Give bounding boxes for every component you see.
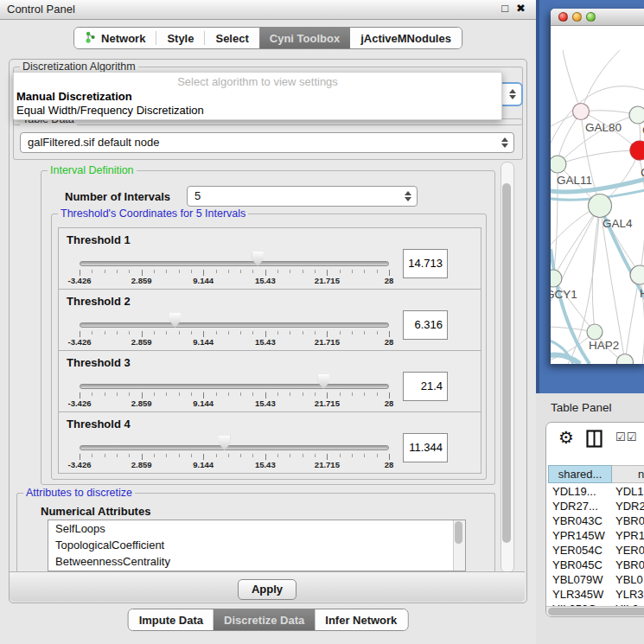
table-row[interactable]: YPR145WYPR1 (546, 528, 644, 543)
tick-mark (303, 392, 303, 396)
top-tabbar: Network Style Select Cyni Toolbox jActiv… (73, 27, 462, 49)
tick-mark (265, 270, 266, 276)
table-row[interactable]: YER054CYER0 (546, 543, 644, 558)
numerical-attributes-list[interactable]: SelfLoopsTopologicalCoefficientBetweenne… (48, 520, 466, 571)
gear-icon[interactable]: ⚙ (558, 427, 574, 448)
tick-label: 15.43 (239, 460, 291, 469)
tick-mark (191, 331, 192, 335)
table-row[interactable]: YDR27...YDR2 (546, 499, 644, 513)
column-layout-icon[interactable] (586, 430, 603, 451)
list-scrollbar[interactable] (453, 520, 465, 571)
network-view-frame: GAL80GCGAL11GAL4GCY1HHAP2 (536, 0, 644, 393)
threshold-value-field[interactable]: 14.713 (403, 249, 448, 278)
table-row[interactable]: YBL079WYBL0 (546, 572, 644, 587)
tab-label: jActiveMNodules (360, 32, 451, 45)
tick-mark (92, 454, 92, 457)
network-node[interactable] (617, 354, 634, 365)
tab-select[interactable]: Select (205, 28, 258, 48)
table-row[interactable]: YBR043CYBR0 (546, 513, 644, 528)
threshold-1-slider[interactable]: -3.4262.8599.14415.4321.71528 (80, 228, 389, 289)
minimize-traffic-light-icon[interactable] (572, 12, 582, 22)
tab-infer-network[interactable]: Infer Network (315, 609, 407, 630)
table-row[interactable]: YBR045CYBR0 (546, 558, 644, 572)
table-hscrollbar[interactable] (546, 606, 644, 617)
panel-scrollbar[interactable] (501, 162, 514, 573)
scrollbar-thumb[interactable] (502, 183, 511, 543)
tick-mark (80, 392, 80, 399)
threshold-2-panel: Threshold 2 -3.4262.8599.14415.4321.7152… (58, 289, 481, 351)
apply-button[interactable]: Apply (238, 579, 296, 600)
column-header-name[interactable]: na (612, 465, 644, 483)
tick-mark (117, 454, 118, 457)
table-row[interactable]: YDL19...YDL1 (546, 484, 644, 499)
network-node[interactable] (551, 156, 566, 173)
checkbox-icons[interactable]: ☑☑ (615, 430, 637, 443)
threshold-value-field[interactable]: 21.4 (403, 372, 448, 401)
scrollbar-thumb[interactable] (548, 608, 644, 615)
node-label: GAL80 (585, 121, 622, 134)
tab-style[interactable]: Style (156, 28, 204, 48)
network-node[interactable] (629, 106, 644, 124)
tick-label: 15.43 (239, 276, 291, 285)
tick-mark (315, 270, 316, 273)
tick-mark (117, 270, 118, 273)
tick-mark (340, 270, 341, 273)
network-node[interactable] (587, 324, 603, 340)
tick-label: 2.859 (116, 399, 168, 408)
tick-label: 21.715 (301, 337, 353, 347)
num-intervals-select[interactable]: 5 (187, 186, 418, 207)
close-icon[interactable]: ✖ (516, 2, 526, 15)
slider-tick-labels: -3.4262.8599.14415.4321.71528 (80, 337, 389, 348)
threshold-value-field[interactable]: 11.344 (403, 433, 448, 462)
tick-mark (179, 454, 180, 457)
network-graph[interactable]: GAL80GCGAL11GAL4GCY1HHAP2 (551, 26, 644, 364)
tab-label: Select (215, 32, 248, 45)
tab-discretize-data[interactable]: Discretize Data (214, 609, 315, 630)
tab-cyni-toolbox[interactable]: Cyni Toolbox (259, 28, 350, 48)
tab-jactivemnodules[interactable]: jActiveMNodules (350, 28, 462, 48)
slider-track[interactable] (80, 445, 389, 450)
tab-network[interactable]: Network (74, 28, 156, 48)
node-label: GAL4 (603, 217, 633, 230)
tick-label: 21.715 (301, 460, 353, 469)
dropdown-option-equal-width[interactable]: Equal Width/Frequency Discretization (14, 104, 501, 118)
slider-track[interactable] (80, 384, 389, 389)
float-window-icon[interactable]: □ (501, 2, 508, 15)
dropdown-option-manual[interactable]: Manual Discretization (14, 90, 501, 104)
tick-mark (265, 392, 266, 399)
column-header-shared[interactable]: shared... (548, 465, 612, 483)
table-row[interactable]: YLR345WYLR3 (546, 587, 644, 602)
threshold-2-slider[interactable]: -3.4262.8599.14415.4321.71528 (80, 290, 389, 350)
network-node[interactable] (630, 265, 644, 284)
network-node[interactable] (551, 270, 562, 287)
tick-mark (117, 392, 118, 396)
tick-mark (377, 331, 378, 335)
tick-mark (364, 454, 365, 457)
network-node[interactable] (573, 104, 590, 120)
zoom-traffic-light-icon[interactable] (586, 12, 596, 22)
threshold-4-slider[interactable]: -3.4262.8599.14415.4321.71528 (80, 412, 389, 473)
tab-impute-data[interactable]: Impute Data (129, 609, 214, 630)
scrollbar-thumb[interactable] (455, 521, 462, 544)
network-node[interactable] (589, 194, 612, 218)
table-data-select[interactable]: galFiltered.sif default node (20, 132, 514, 153)
threshold-value-field[interactable]: 6.316 (403, 310, 448, 340)
tick-mark (191, 392, 192, 396)
list-item[interactable]: SelfLoops (48, 520, 465, 537)
tick-mark (290, 392, 290, 396)
slider-track[interactable] (80, 322, 389, 328)
network-node[interactable] (630, 141, 644, 160)
tab-label: Infer Network (325, 614, 397, 627)
tick-mark (228, 392, 229, 396)
tick-mark (129, 270, 130, 273)
algorithm-group-title: Discretization Algorithm (20, 61, 138, 73)
list-item[interactable]: TopologicalCoefficient (48, 537, 465, 553)
threshold-4-panel: Threshold 4 -3.4262.8599.14415.4321.7152… (58, 411, 481, 474)
list-item[interactable]: BetweennessCentrality (48, 553, 465, 570)
table-panel-title: Table Panel (551, 401, 612, 414)
slider-track[interactable] (80, 261, 389, 266)
tick-mark (290, 270, 290, 273)
close-traffic-light-icon[interactable] (558, 12, 568, 22)
threshold-3-slider[interactable]: -3.4262.8599.14415.4321.71528 (80, 351, 389, 411)
tick-mark (252, 331, 253, 335)
